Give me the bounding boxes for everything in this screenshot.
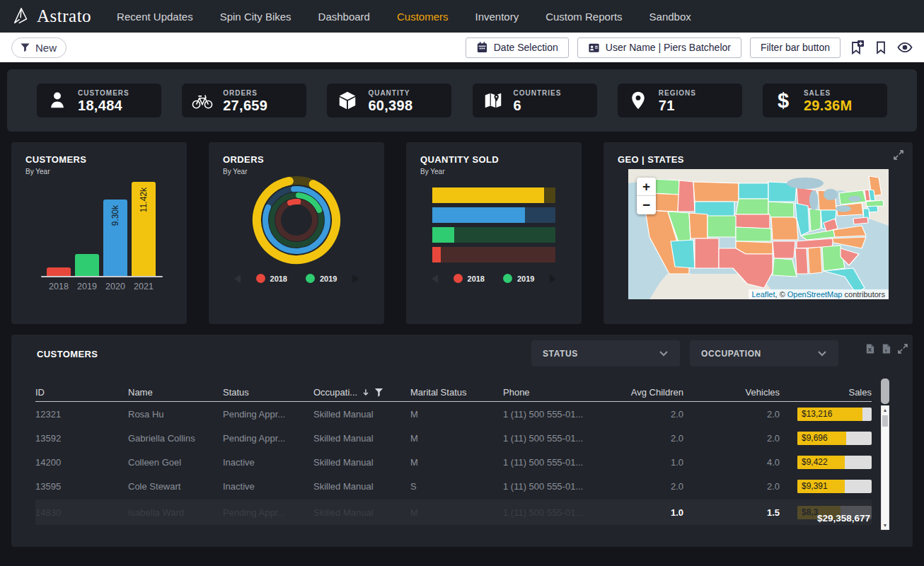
kpi-text: REGIONS71 xyxy=(659,89,696,112)
status-filter-dropdown[interactable]: STATUS xyxy=(531,340,680,366)
eye-icon[interactable] xyxy=(897,40,913,55)
legend-item-2019[interactable]: 2019 xyxy=(306,274,337,283)
filter-bar-button[interactable]: Filter bar button xyxy=(750,37,841,58)
nav-item-dashboard[interactable]: Dashboard xyxy=(318,11,370,23)
table-panel-icons: X , xyxy=(865,343,908,354)
table-row: 13592Gabriella CollinsPending Appr...Ski… xyxy=(35,426,872,450)
zoom-out-button[interactable]: − xyxy=(637,196,656,214)
new-filter-label: New xyxy=(35,42,57,54)
bookmark-icon[interactable] xyxy=(873,40,889,55)
expand-icon[interactable] xyxy=(897,343,908,354)
cell-phone: 1 (11) 500 555-01... xyxy=(503,457,613,468)
col-header-vehicles[interactable]: Vehicles xyxy=(683,387,780,398)
toolbar-right: Date Selection User Name | Piers Batchel… xyxy=(466,37,913,58)
nav-item-customers[interactable]: Customers xyxy=(397,11,449,23)
x-tick-label: 2019 xyxy=(75,282,99,291)
kpi-card-quantity: QUANTITY60,398 xyxy=(327,83,451,117)
col-header-status[interactable]: Status xyxy=(223,387,313,398)
export-excel-icon[interactable]: X xyxy=(865,343,875,354)
legend-next-arrow[interactable] xyxy=(352,275,359,283)
filter-icon[interactable] xyxy=(374,388,383,397)
legend-label: 2019 xyxy=(320,275,337,283)
col-header-occupation[interactable]: Occupati... xyxy=(313,387,410,398)
col-header-id[interactable]: ID xyxy=(35,387,128,398)
cell-id: 14200 xyxy=(35,457,128,468)
calendar-icon xyxy=(476,41,488,54)
zoom-in-button[interactable]: + xyxy=(637,178,656,196)
col-header-name[interactable]: Name xyxy=(128,387,223,398)
legend-items: 20182019 xyxy=(256,274,337,283)
bar-2018 xyxy=(47,267,71,276)
nav-item-spin-city-bikes[interactable]: Spin City Bikes xyxy=(220,11,291,23)
kpi-value: 29.36M xyxy=(804,98,853,112)
cell-phone: 1 (11) 500 555-01... xyxy=(503,409,613,420)
cell-sales: $9,422 xyxy=(780,456,872,469)
customers-chart-panel: CUSTOMERS By Year 9.30k11.42k 2018201920… xyxy=(11,142,187,324)
col-header-avg-children[interactable]: Avg Children xyxy=(613,387,683,398)
nav-item-sandbox[interactable]: Sandbox xyxy=(649,11,691,23)
osm-link[interactable]: OpenStreetMap xyxy=(787,290,843,299)
table-header-row: IDNameStatusOccupati...Marital StatusPho… xyxy=(35,383,872,402)
leaflet-link[interactable]: Leaflet xyxy=(752,290,775,299)
cell-phone: 1 (11) 500 555-01... xyxy=(503,433,613,444)
bar-2020: 9.30k xyxy=(103,200,127,276)
col-header-sales[interactable]: Sales xyxy=(780,387,872,398)
legend-item-2018[interactable]: 2018 xyxy=(256,274,287,283)
scroll-down-arrow[interactable]: ▼ xyxy=(882,523,889,528)
nav-item-custom-reports[interactable]: Custom Reports xyxy=(545,11,622,23)
bar-2019 xyxy=(75,254,99,276)
orders-radial-chart xyxy=(209,142,384,324)
total-sales-value: $29,358,677 xyxy=(817,506,870,531)
cell-status: Pending Appr... xyxy=(223,409,313,420)
cell-occupation: Skilled Manual xyxy=(313,457,410,468)
bar-value-label: 11.42k xyxy=(139,187,149,212)
export-csv-icon[interactable]: , xyxy=(881,343,891,354)
brand[interactable]: Astrato xyxy=(11,6,91,27)
svg-text:,: , xyxy=(885,345,887,352)
ghost-cell-status: Pending Appr... xyxy=(223,507,313,518)
new-filter-button[interactable]: New xyxy=(11,37,67,58)
cell-name: Rosa Hu xyxy=(128,409,223,420)
nav-item-recent-updates[interactable]: Recent Updates xyxy=(117,11,193,23)
legend-item-2019[interactable]: 2019 xyxy=(503,274,534,283)
chart-title: GEO | STATES xyxy=(618,154,684,165)
bar-2021: 11.42k xyxy=(132,182,156,276)
sales-bar-label: $9,391 xyxy=(802,480,828,493)
col-header-label: Occupati... xyxy=(313,387,357,398)
cell-occupation: Skilled Manual xyxy=(313,433,410,444)
progress-fill xyxy=(432,207,525,223)
col-header-phone[interactable]: Phone xyxy=(503,387,613,398)
legend-label: 2018 xyxy=(270,275,287,283)
legend-prev-arrow[interactable] xyxy=(234,275,241,283)
legend-prev-arrow[interactable] xyxy=(432,275,438,283)
nav-item-inventory[interactable]: Inventory xyxy=(475,11,519,23)
chart-title: QUANTITY SOLD xyxy=(420,154,499,165)
scrollbar-top-thumb[interactable] xyxy=(881,379,889,404)
ghost-cell-marital: M xyxy=(410,507,503,518)
cell-status: Inactive xyxy=(223,481,313,492)
col-header-marital-status[interactable]: Marital Status xyxy=(410,387,503,398)
kpi-text: COUNTRIES6 xyxy=(514,89,562,112)
occupation-filter-dropdown[interactable]: OCCUPATION xyxy=(690,340,838,366)
quantity-progress-bars xyxy=(432,187,555,267)
x-tick-label: 2020 xyxy=(103,282,127,291)
kpi-band: CUSTOMERS18,484ORDERS27,659QUANTITY60,39… xyxy=(7,69,917,132)
astrato-logo-icon xyxy=(11,6,31,27)
ghost-cell-id: 14830 xyxy=(35,507,128,518)
legend-item-2018[interactable]: 2018 xyxy=(454,274,485,283)
kpi-value: 6 xyxy=(514,98,562,112)
expand-icon[interactable] xyxy=(893,149,904,161)
scrollbar-thumb[interactable] xyxy=(882,415,888,427)
table-scrollbar[interactable]: ▲ ▼ xyxy=(881,405,889,530)
chart-subtitle: By Year xyxy=(25,168,50,175)
user-button[interactable]: User Name | Piers Batchelor xyxy=(577,37,741,58)
attribution-rest: contributors xyxy=(842,290,885,299)
kpi-label: ORDERS xyxy=(223,89,267,97)
leaflet-map[interactable]: + − Leaflet, © OpenStreetMap contributor… xyxy=(628,169,889,299)
legend-next-arrow[interactable] xyxy=(550,275,556,283)
date-selection-button[interactable]: Date Selection xyxy=(466,37,569,58)
x-tick-label: 2021 xyxy=(132,282,156,291)
scroll-up-arrow[interactable]: ▲ xyxy=(882,408,889,412)
sort-down-icon[interactable] xyxy=(362,388,370,397)
bookmark-add-icon[interactable] xyxy=(849,40,865,55)
